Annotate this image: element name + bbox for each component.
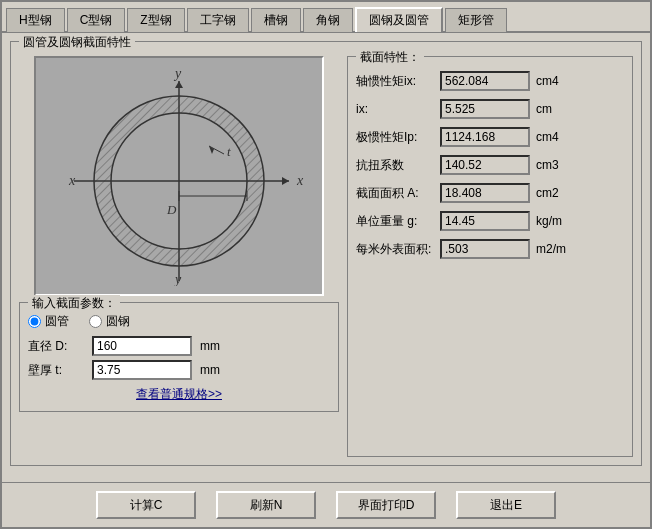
svg-text:x: x (296, 173, 304, 188)
prop-unit-1: cm (536, 102, 552, 116)
cross-section-diagram: x x y y D t (49, 66, 309, 286)
tab-z-steel[interactable]: Z型钢 (127, 8, 184, 32)
radio-bar-label: 圆钢 (106, 313, 130, 330)
input-group: 输入截面参数： 圆管 圆钢 (19, 302, 339, 412)
thickness-label: 壁厚 t: (28, 362, 88, 379)
radio-tube-label: 圆管 (45, 313, 69, 330)
prop-label-2: 极惯性矩Ip: (356, 129, 436, 146)
prop-row-2: 极惯性矩Ip: cm4 (356, 127, 624, 147)
diameter-label: 直径 D: (28, 338, 88, 355)
prop-row-6: 每米外表面积: m2/m (356, 239, 624, 259)
svg-text:y: y (173, 66, 182, 81)
prop-value-2 (440, 127, 530, 147)
tab-bar: H型钢 C型钢 Z型钢 工字钢 槽钢 角钢 圆钢及圆管 矩形管 (2, 2, 650, 33)
prop-row-3: 抗扭系数 cm3 (356, 155, 624, 175)
prop-label-1: ix: (356, 102, 436, 116)
main-window: H型钢 C型钢 Z型钢 工字钢 槽钢 角钢 圆钢及圆管 矩形管 圆管及圆钢截面特… (0, 0, 652, 529)
radio-row: 圆管 圆钢 (28, 313, 330, 330)
prop-row-4: 截面面积 A: cm2 (356, 183, 624, 203)
prop-unit-0: cm4 (536, 74, 559, 88)
prop-unit-3: cm3 (536, 158, 559, 172)
prop-value-3 (440, 155, 530, 175)
prop-value-1 (440, 99, 530, 119)
diagram-area: x x y y D t (34, 56, 324, 296)
prop-label-0: 轴惯性矩ix: (356, 73, 436, 90)
main-group-box: 圆管及圆钢截面特性 (10, 41, 642, 466)
radio-tube-input[interactable] (28, 315, 41, 328)
prop-value-5 (440, 211, 530, 231)
main-content: 圆管及圆钢截面特性 (2, 33, 650, 482)
tab-channel-steel[interactable]: 槽钢 (251, 8, 301, 32)
left-panel: x x y y D t (19, 56, 339, 457)
svg-text:t: t (227, 144, 231, 159)
prop-value-0 (440, 71, 530, 91)
radio-bar-input[interactable] (89, 315, 102, 328)
print-button[interactable]: 界面打印D (336, 491, 436, 519)
calculate-button[interactable]: 计算C (96, 491, 196, 519)
prop-row-1: ix: cm (356, 99, 624, 119)
thickness-row: 壁厚 t: mm (28, 360, 330, 380)
prop-label-3: 抗扭系数 (356, 157, 436, 174)
svg-text:x: x (68, 173, 76, 188)
radio-circular-tube[interactable]: 圆管 (28, 313, 69, 330)
refresh-button[interactable]: 刷新N (216, 491, 316, 519)
prop-unit-2: cm4 (536, 130, 559, 144)
tab-i-steel[interactable]: 工字钢 (187, 8, 249, 32)
exit-button[interactable]: 退出E (456, 491, 556, 519)
input-group-label: 输入截面参数： (28, 295, 120, 312)
prop-value-6 (440, 239, 530, 259)
tab-angle-steel[interactable]: 角钢 (303, 8, 353, 32)
properties-group-label: 截面特性： (356, 49, 424, 66)
prop-label-6: 每米外表面积: (356, 241, 436, 258)
diameter-row: 直径 D: mm (28, 336, 330, 356)
diameter-input[interactable] (92, 336, 192, 356)
tab-c-steel[interactable]: C型钢 (67, 8, 126, 32)
prop-row-5: 单位重量 g: kg/m (356, 211, 624, 231)
prop-unit-5: kg/m (536, 214, 562, 228)
svg-text:y: y (173, 272, 182, 286)
radio-solid-bar[interactable]: 圆钢 (89, 313, 130, 330)
prop-unit-6: m2/m (536, 242, 566, 256)
thickness-input[interactable] (92, 360, 192, 380)
prop-label-5: 单位重量 g: (356, 213, 436, 230)
properties-group: 截面特性： 轴惯性矩ix: cm4 ix: cm (347, 56, 633, 457)
button-bar: 计算C 刷新N 界面打印D 退出E (2, 482, 650, 527)
standard-spec-link[interactable]: 查看普通规格>> (28, 386, 330, 403)
tab-round-tube[interactable]: 圆钢及圆管 (355, 7, 443, 32)
tab-h-steel[interactable]: H型钢 (6, 8, 65, 32)
prop-value-4 (440, 183, 530, 203)
main-group-label: 圆管及圆钢截面特性 (19, 34, 135, 51)
prop-unit-4: cm2 (536, 186, 559, 200)
prop-label-4: 截面面积 A: (356, 185, 436, 202)
tab-rect-tube[interactable]: 矩形管 (445, 8, 507, 32)
thickness-unit: mm (200, 363, 220, 377)
svg-text:D: D (166, 202, 177, 217)
diameter-unit: mm (200, 339, 220, 353)
right-panel: 截面特性： 轴惯性矩ix: cm4 ix: cm (347, 56, 633, 457)
prop-row-0: 轴惯性矩ix: cm4 (356, 71, 624, 91)
